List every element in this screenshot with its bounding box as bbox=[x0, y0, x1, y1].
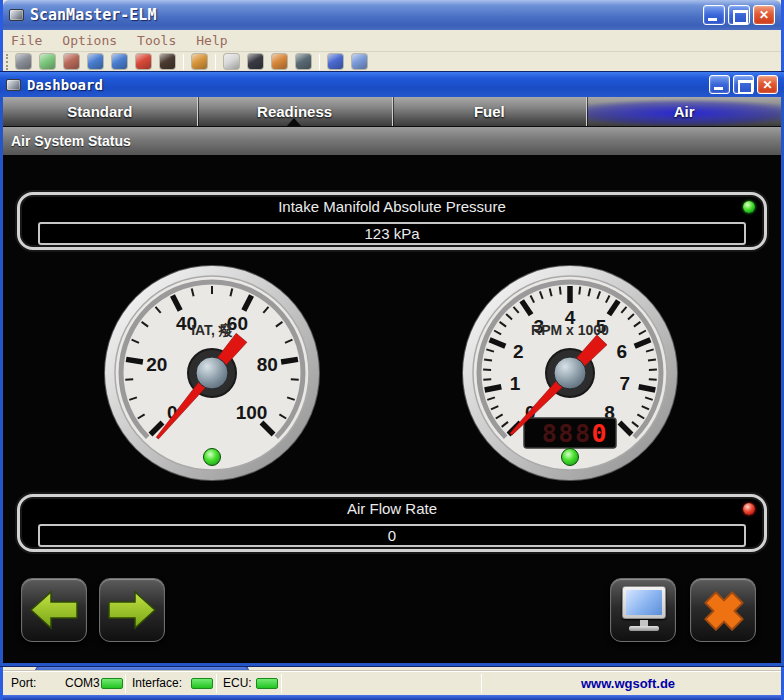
globe-icon[interactable] bbox=[40, 54, 55, 69]
tab-bar: Standard Readiness Fuel Air bbox=[3, 97, 781, 127]
maximize-button[interactable] bbox=[728, 5, 750, 25]
forward-arrow-icon bbox=[100, 579, 164, 641]
monitor-button[interactable] bbox=[610, 578, 676, 642]
main-titlebar[interactable]: ScanMaster-ELM bbox=[3, 0, 781, 30]
monitor-base bbox=[629, 626, 659, 631]
airflow-readout-panel: Air Flow Rate 0 bbox=[17, 494, 767, 552]
status-bar: Port: COM3 Interface: ECU: www.wgsoft.de bbox=[3, 672, 781, 695]
menu-tools[interactable]: Tools bbox=[137, 33, 176, 48]
dashboard-minimize-button[interactable] bbox=[709, 75, 730, 94]
map-led-indicator bbox=[743, 201, 755, 213]
tab-fuel[interactable]: Fuel bbox=[392, 97, 587, 126]
map-readout-panel: Intake Manifold Absolute Pressure 123 kP… bbox=[17, 192, 767, 250]
svg-text:1: 1 bbox=[510, 373, 521, 394]
info-icon[interactable] bbox=[328, 54, 343, 69]
menu-file[interactable]: File bbox=[11, 33, 42, 48]
svg-text:80: 80 bbox=[257, 354, 278, 375]
exit-button[interactable] bbox=[690, 578, 756, 642]
snapshot-icon[interactable] bbox=[64, 54, 79, 69]
airflow-title: Air Flow Rate bbox=[20, 500, 764, 517]
interface-label: Interface: bbox=[132, 672, 182, 695]
port-status-led bbox=[101, 678, 123, 689]
statusbar-separator bbox=[281, 674, 282, 693]
rpm-gauge: 012345678 RPM x 1000 8880 bbox=[460, 263, 680, 483]
user-icon[interactable] bbox=[160, 54, 175, 69]
dashboard-window-controls bbox=[709, 75, 778, 94]
toolbar-separator bbox=[183, 54, 184, 70]
main-window-title: ScanMaster-ELM bbox=[30, 6, 156, 24]
menu-bar: File Options Tools Help bbox=[3, 30, 781, 52]
close-x-icon bbox=[691, 579, 755, 641]
book-icon[interactable] bbox=[352, 54, 367, 69]
svg-text:8880: 8880 bbox=[542, 419, 608, 448]
statusbar-separator bbox=[125, 674, 126, 693]
svg-text:20: 20 bbox=[146, 354, 167, 375]
menu-help[interactable]: Help bbox=[196, 33, 227, 48]
toolbar-separator bbox=[215, 54, 216, 70]
svg-text:IAT, 癈: IAT, 癈 bbox=[191, 322, 233, 338]
svg-text:7: 7 bbox=[620, 373, 631, 394]
forward-button[interactable] bbox=[99, 578, 165, 642]
interface-status-led bbox=[191, 678, 213, 689]
back-arrow-icon bbox=[22, 579, 86, 641]
port-label: Port: bbox=[11, 672, 36, 695]
screen-icon[interactable] bbox=[224, 54, 239, 69]
main-window-controls bbox=[703, 5, 775, 25]
map-value: 123 kPa bbox=[38, 222, 746, 245]
grid-icon[interactable] bbox=[136, 54, 151, 69]
svg-text:100: 100 bbox=[236, 402, 268, 423]
ecu-status-led bbox=[256, 678, 278, 689]
dashboard-chip-icon bbox=[6, 79, 21, 91]
dashboard-maximize-button[interactable] bbox=[733, 75, 754, 94]
app-chip-icon bbox=[9, 9, 24, 21]
clipboard-icon[interactable] bbox=[192, 54, 207, 69]
iat-gauge: 020406080100 IAT, 癈 bbox=[102, 263, 322, 483]
globe-dark-icon[interactable] bbox=[296, 54, 311, 69]
toolbar-separator bbox=[319, 54, 320, 70]
airflow-value: 0 bbox=[38, 524, 746, 547]
close-button[interactable] bbox=[753, 5, 775, 25]
window-bottom-border bbox=[3, 695, 781, 700]
back-button[interactable] bbox=[21, 578, 87, 642]
device-icon[interactable] bbox=[248, 54, 263, 69]
airflow-led-indicator bbox=[743, 503, 755, 515]
port-value: COM3 bbox=[65, 672, 100, 695]
door-icon[interactable] bbox=[272, 54, 287, 69]
screen: ScanMaster-ELM File Options Tools Help P… bbox=[0, 0, 784, 700]
tab-standard[interactable]: Standard bbox=[3, 97, 197, 126]
website-link[interactable]: www.wgsoft.de bbox=[481, 672, 775, 695]
svg-text:2: 2 bbox=[513, 341, 524, 362]
dashboard-close-button[interactable] bbox=[757, 75, 778, 94]
dashboard-window: Dashboard Standard Readiness Fuel Air Ai… bbox=[0, 72, 784, 666]
toolbar bbox=[3, 52, 781, 73]
toolbar-grip[interactable] bbox=[6, 54, 10, 70]
tab-air[interactable]: Air bbox=[586, 97, 781, 126]
minimize-button[interactable] bbox=[703, 5, 725, 25]
section-header: Air System Status bbox=[3, 127, 781, 155]
map-title: Intake Manifold Absolute Pressure bbox=[20, 198, 764, 215]
menu-options[interactable]: Options bbox=[62, 33, 117, 48]
svg-text:6: 6 bbox=[616, 341, 627, 362]
statusbar-separator bbox=[216, 674, 217, 693]
tab-marker-triangle bbox=[287, 118, 301, 126]
dashboard-title: Dashboard bbox=[27, 77, 103, 93]
ecu-label: ECU: bbox=[223, 672, 252, 695]
chip-icon[interactable] bbox=[16, 54, 31, 69]
monitor-icon bbox=[622, 586, 666, 619]
monitor-blue-icon[interactable] bbox=[88, 54, 103, 69]
monitor-blue2-icon[interactable] bbox=[112, 54, 127, 69]
dashboard-titlebar[interactable]: Dashboard bbox=[0, 72, 784, 97]
